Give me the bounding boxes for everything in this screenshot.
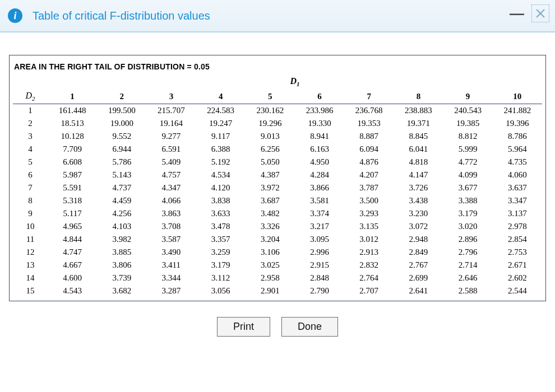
cell: 8.941 (295, 130, 344, 143)
cell: 2.699 (394, 272, 443, 284)
row-d2-label: 11 (13, 233, 48, 246)
table-row: 310.1289.5529.2779.1179.0138.9418.8878.8… (13, 130, 542, 143)
cell: 3.863 (146, 207, 196, 220)
cell: 4.950 (295, 156, 344, 169)
done-button[interactable]: Done (281, 317, 338, 337)
table-row: 124.7473.8853.4903.2593.1062.9962.9132.8… (13, 246, 542, 259)
cell: 4.103 (97, 220, 146, 233)
cell: 5.143 (97, 169, 146, 181)
cell: 19.000 (97, 117, 146, 130)
cell: 2.707 (344, 284, 394, 297)
cell: 3.838 (196, 194, 246, 207)
table-row: 47.7096.9446.5916.3886.2566.1636.0946.04… (13, 143, 542, 156)
cell: 3.072 (394, 220, 443, 233)
cell: 2.901 (246, 284, 295, 297)
cell: 4.256 (97, 207, 146, 220)
cell: 2.854 (493, 233, 542, 246)
print-button[interactable]: Print (217, 317, 270, 337)
cell: 3.112 (196, 272, 246, 284)
cell: 4.844 (48, 233, 97, 246)
cell: 3.179 (196, 259, 246, 272)
cell: 4.347 (146, 181, 196, 194)
cell: 3.344 (146, 272, 196, 284)
cell: 4.772 (443, 156, 493, 169)
cell: 8.887 (344, 130, 394, 143)
row-d2-label: 4 (13, 143, 48, 156)
window-controls: — (510, 4, 549, 22)
cell: 2.958 (246, 272, 295, 284)
cell: 19.330 (295, 117, 344, 130)
cell: 2.978 (493, 220, 542, 233)
cell: 19.371 (394, 117, 443, 130)
cell: 2.896 (443, 233, 493, 246)
cell: 4.965 (48, 220, 97, 233)
row-d2-label: 2 (13, 117, 48, 130)
cell: 2.996 (295, 246, 344, 259)
cell: 3.287 (146, 284, 196, 297)
row-d2-label: 8 (13, 194, 48, 207)
col-header: 2 (97, 89, 146, 104)
row-d2-label: 13 (13, 259, 48, 272)
table-row: 56.6085.7865.4095.1925.0504.9504.8764.81… (13, 156, 542, 169)
col-header: 5 (246, 89, 295, 104)
minimize-button[interactable]: — (510, 7, 524, 20)
cell: 8.812 (443, 130, 493, 143)
d2-label: D2 (13, 89, 48, 104)
row-d2-label: 7 (13, 181, 48, 194)
table-row: 65.9875.1434.7574.5344.3874.2844.2074.14… (13, 169, 542, 181)
cell: 2.641 (394, 284, 443, 297)
row-d2-label: 12 (13, 246, 48, 259)
cell: 5.192 (196, 156, 246, 169)
x-icon (535, 8, 546, 19)
table-row: 1161.448199.500215.707224.583230.162233.… (13, 104, 542, 118)
cell: 8.786 (493, 130, 542, 143)
row-d2-label: 9 (13, 207, 48, 220)
cell: 3.478 (196, 220, 246, 233)
button-row: Print Done (9, 317, 546, 337)
col-header: 4 (196, 89, 246, 104)
cell: 236.768 (344, 104, 394, 118)
cell: 6.388 (196, 143, 246, 156)
cell: 3.012 (344, 233, 394, 246)
col-header: 3 (146, 89, 196, 104)
cell: 2.671 (493, 259, 542, 272)
col-header: 1 (48, 89, 97, 104)
row-d2-label: 15 (13, 284, 48, 297)
table-row: 75.5914.7374.3474.1203.9723.8663.7873.72… (13, 181, 542, 194)
cell: 3.137 (493, 207, 542, 220)
cell: 2.602 (493, 272, 542, 284)
cell: 3.708 (146, 220, 196, 233)
cell: 2.714 (443, 259, 493, 272)
cell: 3.293 (344, 207, 394, 220)
cell: 3.217 (295, 220, 344, 233)
cell: 233.986 (295, 104, 344, 118)
cell: 3.982 (97, 233, 146, 246)
cell: 4.747 (48, 246, 97, 259)
cell: 238.883 (394, 104, 443, 118)
cell: 8.845 (394, 130, 443, 143)
cell: 2.915 (295, 259, 344, 272)
table-row: 104.9654.1033.7083.4783.3263.2173.1353.0… (13, 220, 542, 233)
cell: 5.117 (48, 207, 97, 220)
content-area: AREA IN THE RIGHT TAIL OF DISTRIBUTION =… (0, 32, 555, 346)
cell: 199.500 (97, 104, 146, 118)
table-frame: AREA IN THE RIGHT TAIL OF DISTRIBUTION =… (9, 55, 546, 301)
cell: 2.913 (344, 246, 394, 259)
table-row: 85.3184.4594.0663.8383.6873.5813.5003.43… (13, 194, 542, 207)
cell: 6.041 (394, 143, 443, 156)
cell: 6.256 (246, 143, 295, 156)
cell: 4.066 (146, 194, 196, 207)
cell: 3.866 (295, 181, 344, 194)
cell: 7.709 (48, 143, 97, 156)
cell: 4.757 (146, 169, 196, 181)
table-row: 144.6003.7393.3443.1122.9582.8482.7642.6… (13, 272, 542, 284)
cell: 2.796 (443, 246, 493, 259)
row-d2-label: 14 (13, 272, 48, 284)
cell: 4.120 (196, 181, 246, 194)
close-button[interactable] (531, 4, 549, 22)
cell: 4.534 (196, 169, 246, 181)
cell: 19.353 (344, 117, 394, 130)
cell: 3.438 (394, 194, 443, 207)
cell: 9.552 (97, 130, 146, 143)
cell: 3.787 (344, 181, 394, 194)
